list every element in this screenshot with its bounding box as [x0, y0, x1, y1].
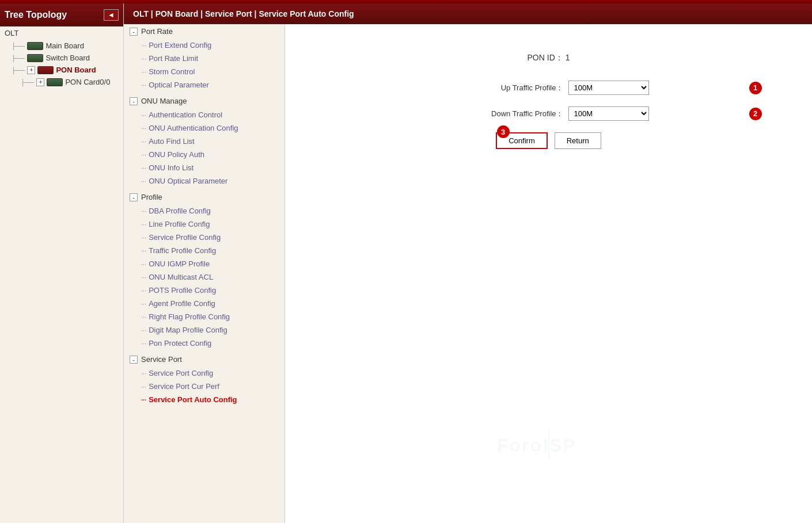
nav-item-pon-protect-config[interactable]: ··· Pon Protect Config: [124, 337, 284, 350]
nav-wrapper: - Port Rate ··· Port Extend Config ··· P…: [124, 24, 285, 523]
nav-item-label: Agent Profile Config: [149, 299, 215, 308]
nav-item-label: ONU Optical Parameter: [149, 177, 227, 185]
nav-item-onu-authentication-config[interactable]: ··· ONU Authentication Config: [124, 121, 284, 135]
nav-item-onu-optical-parameter[interactable]: ··· ONU Optical Parameter: [124, 174, 284, 188]
olt-label: OLT: [5, 29, 18, 37]
button-row: Confirm 3 Return: [365, 132, 733, 149]
nav-item-label: Port Extend Config: [149, 41, 211, 49]
nav-item-label: ONU IGMP Profile: [149, 259, 210, 268]
nav-section-header-port-rate[interactable]: - Port Rate: [124, 24, 284, 39]
up-traffic-row: Up Traffic Profile： 100M 200M 500M 1G 1: [365, 81, 733, 95]
down-traffic-select[interactable]: 100M 200M 500M 1G: [568, 106, 649, 121]
expand-profile-icon: -: [130, 193, 138, 201]
nav-item-label: Traffic Profile Config: [149, 246, 216, 255]
tree-pon-board[interactable]: ├── + PON Board: [0, 64, 123, 76]
nav-item-traffic-profile-config[interactable]: ··· Traffic Profile Config: [124, 244, 284, 257]
nav-item-label: Authentication Control: [149, 110, 222, 119]
nav-item-dba-profile-config[interactable]: ··· DBA Profile Config: [124, 204, 284, 217]
nav-section-header-service-port[interactable]: - Service Port: [124, 352, 284, 367]
tree-pon-card[interactable]: ├── + PON Card0/0: [0, 76, 123, 88]
tree-main-board[interactable]: ├── Main Board: [0, 40, 123, 52]
switch-board-icon: [27, 54, 43, 62]
nav-section-profile: - Profile ··· DBA Profile Config ··· Lin…: [124, 190, 284, 350]
nav-item-label: Service Port Config: [149, 369, 213, 377]
content-area: - Port Rate ··· Port Extend Config ··· P…: [124, 24, 812, 523]
nav-item-onu-igmp-profile[interactable]: ··· ONU IGMP Profile: [124, 257, 284, 270]
tree-olt[interactable]: OLT: [0, 26, 123, 40]
nav-item-label: Right Flag Profile Config: [149, 312, 230, 321]
pon-id-label: PON ID：: [528, 53, 563, 62]
nav-item-label: ONU Policy Auth: [149, 150, 204, 159]
nav-item-port-rate-limit[interactable]: ··· Port Rate Limit: [124, 52, 284, 65]
nav-section-port-rate: - Port Rate ··· Port Extend Config ··· P…: [124, 24, 284, 91]
nav-section-header-profile[interactable]: - Profile: [124, 190, 284, 204]
nav-item-service-profile-config[interactable]: ··· Service Profile Config: [124, 231, 284, 244]
nav-item-label: Service Port Auto Config: [149, 395, 237, 404]
nav-item-label: ONU Authentication Config: [149, 124, 238, 132]
nav-item-label: Line Profile Config: [149, 220, 210, 228]
nav-item-pots-profile-config[interactable]: ··· POTS Profile Config: [124, 284, 284, 297]
tree-switch-board[interactable]: ├── Switch Board: [0, 52, 123, 64]
pon-card-icon: [47, 78, 63, 86]
expand-port-rate-icon: -: [130, 28, 138, 36]
nav-item-label: Digit Map Profile Config: [149, 326, 227, 334]
nav-item-authentication-control[interactable]: ··· Authentication Control: [124, 108, 284, 121]
nav-item-label: ONU Info List: [149, 163, 193, 172]
expand-icon2: +: [36, 78, 44, 86]
pon-card-label: PON Card0/0: [65, 78, 110, 86]
nav-section-service-port: - Service Port ··· Service Port Config ·…: [124, 352, 284, 406]
nav-item-label: Pon Protect Config: [149, 339, 211, 348]
nav-item-onu-policy-auth[interactable]: ··· ONU Policy Auth: [124, 148, 284, 161]
nav-item-label: Storm Control: [149, 67, 195, 76]
pon-id-row: PON ID： 1: [365, 53, 733, 63]
svg-text:ISP: ISP: [543, 435, 576, 456]
watermark: Foro ISP: [491, 426, 606, 465]
nav-item-auto-find-list[interactable]: ··· Auto Find List: [124, 135, 284, 148]
nav-item-label: Auto Find List: [149, 137, 195, 146]
sidebar: Tree Topology ◄ OLT ├── Main Board ├── S…: [0, 3, 124, 523]
sidebar-toggle[interactable]: ◄: [104, 9, 119, 21]
nav-item-agent-profile-config[interactable]: ··· Agent Profile Config: [124, 297, 284, 310]
nav-panel: - Port Rate ··· Port Extend Config ··· P…: [124, 24, 285, 523]
nav-section-onu-manage: - ONU Manage ··· Authentication Control …: [124, 94, 284, 188]
form-container: PON ID： 1 Up Traffic Profile： 100M 200M …: [347, 36, 750, 166]
nav-section-profile-label: Profile: [141, 193, 162, 201]
nav-item-service-port-config[interactable]: ··· Service Port Config: [124, 367, 284, 380]
main-board-label: Main Board: [45, 41, 84, 50]
content: OLT | PON Board | Service Port | Service…: [124, 3, 812, 523]
down-traffic-label: Down Traffic Profile：: [449, 109, 564, 119]
badge-3: 3: [497, 125, 510, 138]
expand-icon: +: [27, 66, 35, 74]
return-button[interactable]: Return: [555, 132, 601, 149]
expand-service-port-icon: -: [130, 356, 138, 364]
sidebar-title: Tree Topology: [5, 10, 67, 20]
breadcrumb-text: OLT | PON Board | Service Port | Service…: [133, 9, 354, 18]
nav-item-optical-parameter[interactable]: ··· Optical Parameter: [124, 78, 284, 91]
connector4: ├──: [21, 79, 34, 86]
badge-2: 2: [749, 108, 762, 120]
nav-item-right-flag-profile-config[interactable]: ··· Right Flag Profile Config: [124, 310, 284, 323]
nav-item-label: Port Rate Limit: [149, 54, 198, 63]
nav-section-header-onu-manage[interactable]: - ONU Manage: [124, 94, 284, 108]
nav-item-line-profile-config[interactable]: ··· Line Profile Config: [124, 217, 284, 231]
svg-text:Foro: Foro: [497, 435, 542, 456]
nav-item-onu-info-list[interactable]: ··· ONU Info List: [124, 161, 284, 174]
nav-item-port-extend-config[interactable]: ··· Port Extend Config: [124, 39, 284, 52]
nav-item-label: Service Port Cur Perf: [149, 382, 219, 391]
connector2: ├──: [12, 55, 25, 62]
nav-item-onu-multicast-acl[interactable]: ··· ONU Multicast ACL: [124, 270, 284, 284]
badge-1: 1: [749, 82, 762, 94]
connector3: ├──: [12, 67, 25, 74]
main-board-icon: [27, 42, 43, 50]
breadcrumb: OLT | PON Board | Service Port | Service…: [124, 3, 812, 24]
nav-item-service-port-auto-config[interactable]: ··· Service Port Auto Config: [124, 393, 284, 406]
nav-item-digit-map-profile-config[interactable]: ··· Digit Map Profile Config: [124, 323, 284, 337]
up-traffic-select[interactable]: 100M 200M 500M 1G: [568, 81, 649, 95]
form-panel: PON ID： 1 Up Traffic Profile： 100M 200M …: [285, 24, 812, 523]
nav-section-onu-manage-label: ONU Manage: [141, 97, 187, 105]
pon-id-value: 1: [566, 53, 570, 62]
up-traffic-label: Up Traffic Profile：: [449, 83, 564, 93]
nav-item-label: DBA Profile Config: [149, 207, 211, 215]
nav-item-service-port-cur-perf[interactable]: ··· Service Port Cur Perf: [124, 380, 284, 393]
nav-item-storm-control[interactable]: ··· Storm Control: [124, 65, 284, 78]
